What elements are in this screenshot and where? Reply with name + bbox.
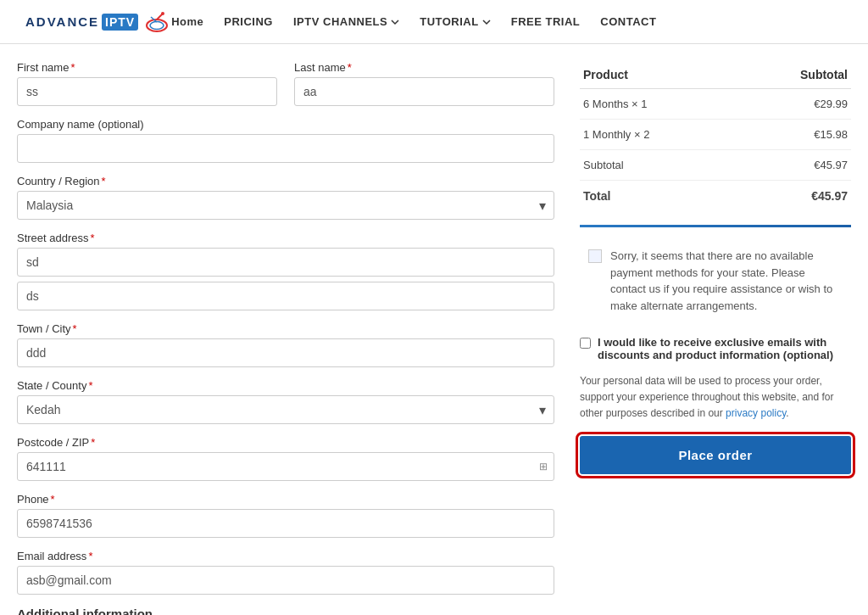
- postcode-required: *: [91, 436, 95, 449]
- company-input[interactable]: [17, 134, 554, 163]
- logo-iptv-box: IPTV: [102, 14, 138, 31]
- last-name-required: *: [348, 61, 352, 74]
- place-order-button[interactable]: Place order: [580, 436, 851, 474]
- postcode-group: Postcode / ZIP* ⊞: [17, 436, 554, 481]
- payment-notice-text: Sorry, it seems that there are no availa…: [610, 248, 843, 314]
- product-header: Product: [580, 61, 736, 89]
- order-summary: Product Subtotal 6 Months × 1 €29.99 1 M…: [580, 61, 851, 615]
- table-row: 1 Monthly × 2 €15.98: [580, 120, 851, 150]
- state-label: State / County*: [17, 379, 554, 392]
- street-label: Street address*: [17, 232, 554, 244]
- nav-contact[interactable]: CONTACT: [600, 15, 656, 28]
- phone-group: Phone*: [17, 493, 554, 538]
- nav-tutorial[interactable]: TUTORIAL: [420, 15, 490, 28]
- street-group: Street address*: [17, 232, 554, 310]
- street-input-1[interactable]: [17, 248, 554, 277]
- state-select[interactable]: Kedah: [17, 395, 554, 424]
- email-input[interactable]: [17, 566, 554, 595]
- street-required: *: [91, 232, 95, 244]
- email-opt-in-label[interactable]: I would like to receive exclusive emails…: [598, 336, 851, 361]
- nav-free-trial[interactable]: FREE TRIAL: [511, 15, 581, 28]
- email-group: Email address*: [17, 550, 554, 595]
- town-label: Town / City*: [17, 322, 554, 335]
- main-nav: Home PRICING IPTV CHANNELS TUTORIAL FREE…: [171, 15, 656, 28]
- street-inputs: [17, 248, 554, 310]
- company-label: Company name (optional): [17, 118, 554, 131]
- first-name-group: First name*: [17, 61, 277, 106]
- total-value: €45.97: [736, 181, 851, 212]
- state-required: *: [88, 379, 92, 392]
- phone-required: *: [51, 493, 55, 506]
- table-row: 6 Months × 1 €29.99: [580, 89, 851, 120]
- town-input[interactable]: [17, 338, 554, 367]
- item-0-price: €29.99: [736, 89, 851, 120]
- country-label: Country / Region*: [17, 175, 554, 187]
- logo-iptv-text: IPTV: [105, 15, 135, 29]
- table-row: Subtotal €45.97: [580, 150, 851, 181]
- postcode-icon: ⊞: [539, 461, 548, 472]
- main-container: First name* Last name* Company name (opt…: [0, 44, 868, 615]
- total-row: Total €45.97: [580, 181, 851, 212]
- order-divider: [580, 225, 851, 227]
- email-checkbox-row: I would like to receive exclusive emails…: [580, 336, 851, 361]
- last-name-input[interactable]: [294, 77, 554, 106]
- postcode-wrapper: ⊞: [17, 452, 554, 481]
- first-name-required: *: [70, 61, 75, 74]
- subtotal-header: Subtotal: [736, 61, 851, 89]
- state-select-wrapper: Kedah: [17, 395, 554, 424]
- town-group: Town / City*: [17, 322, 554, 367]
- country-group: Country / Region* Malaysia: [17, 175, 554, 220]
- item-0-name: 6 Months × 1: [580, 89, 736, 120]
- town-required: *: [73, 322, 77, 335]
- phone-input[interactable]: [17, 509, 554, 538]
- nav-iptv-channels[interactable]: IPTV CHANNELS: [293, 15, 399, 28]
- nav-home[interactable]: Home: [171, 15, 203, 28]
- country-select[interactable]: Malaysia: [17, 191, 554, 220]
- name-row: First name* Last name*: [17, 61, 554, 106]
- first-name-input[interactable]: [17, 77, 277, 106]
- postcode-input[interactable]: [17, 452, 554, 481]
- billing-form: First name* Last name* Company name (opt…: [17, 61, 554, 615]
- logo[interactable]: ADVANCE IPTV: [25, 10, 171, 34]
- last-name-group: Last name*: [294, 61, 554, 106]
- total-label: Total: [580, 181, 736, 212]
- email-required: *: [88, 550, 92, 562]
- privacy-policy-link[interactable]: privacy policy: [726, 407, 786, 419]
- order-table: Product Subtotal 6 Months × 1 €29.99 1 M…: [580, 61, 851, 211]
- logo-advance-text: ADVANCE: [25, 14, 99, 29]
- subtotal-value: €45.97: [736, 150, 851, 181]
- street-input-2[interactable]: [17, 282, 554, 310]
- logo-dish-icon: [142, 10, 171, 34]
- item-1-name: 1 Monthly × 2: [580, 120, 736, 150]
- email-label: Email address*: [17, 550, 554, 562]
- site-header: ADVANCE IPTV Home PRICING IPTV CHANNELS …: [0, 0, 868, 44]
- svg-point-3: [161, 12, 164, 15]
- additional-info-heading: Additional information: [17, 607, 554, 615]
- phone-label: Phone*: [17, 493, 554, 506]
- notice-icon: [588, 249, 602, 263]
- postcode-label: Postcode / ZIP*: [17, 436, 554, 449]
- last-name-label: Last name*: [294, 61, 554, 74]
- privacy-text: Your personal data will be used to proce…: [580, 373, 851, 422]
- nav-pricing[interactable]: PRICING: [224, 15, 273, 28]
- item-1-price: €15.98: [736, 120, 851, 150]
- email-opt-in-checkbox[interactable]: [580, 338, 591, 349]
- country-required: *: [102, 175, 106, 187]
- payment-notice: Sorry, it seems that there are no availa…: [580, 239, 851, 322]
- state-group: State / County* Kedah: [17, 379, 554, 424]
- country-select-wrapper: Malaysia: [17, 191, 554, 220]
- subtotal-label: Subtotal: [580, 150, 736, 181]
- svg-point-1: [150, 21, 164, 29]
- first-name-label: First name*: [17, 61, 277, 74]
- company-group: Company name (optional): [17, 118, 554, 163]
